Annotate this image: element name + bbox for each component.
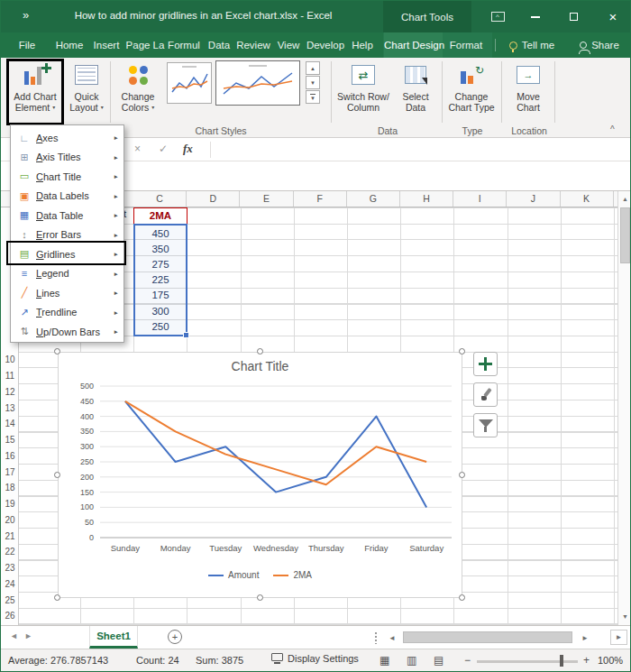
- menu-item-chart-title[interactable]: ▭ Chart Title ►: [11, 167, 123, 187]
- row-header[interactable]: 22: [1, 544, 19, 560]
- chart-style-preview-2[interactable]: [215, 60, 300, 106]
- tab-file[interactable]: File: [10, 32, 44, 58]
- tab-view[interactable]: View: [272, 32, 305, 58]
- share-button[interactable]: Share: [572, 32, 626, 58]
- menu-item-trendline[interactable]: ↗ Trendline ►: [11, 303, 123, 323]
- scroll-down-button[interactable]: ▼: [618, 609, 631, 624]
- cell[interactable]: 175: [135, 288, 186, 303]
- legend-item[interactable]: Amount: [208, 570, 259, 580]
- column-header[interactable]: I: [453, 191, 507, 207]
- tab-developer[interactable]: Develop: [304, 32, 347, 58]
- cell[interactable]: 250: [135, 318, 186, 334]
- chart-title[interactable]: Chart Title: [59, 359, 462, 373]
- scroll-up-button[interactable]: ▲: [618, 191, 631, 207]
- move-chart-button[interactable]: → Move Chart: [506, 60, 551, 113]
- row-header[interactable]: 12: [1, 384, 19, 400]
- chart-style-preview-1[interactable]: [167, 62, 212, 104]
- column-header[interactable]: C: [133, 191, 187, 207]
- cell-c1-series-header[interactable]: 2MA: [133, 207, 187, 225]
- cell[interactable]: 225: [135, 272, 186, 288]
- menu-item-error-bars[interactable]: ↕ Error Bars ►: [11, 226, 123, 245]
- chart-handle-bottom-center[interactable]: [257, 594, 263, 601]
- change-chart-type-button[interactable]: ↻ Change Chart Type: [446, 60, 497, 113]
- chart-handle-top-left[interactable]: [54, 348, 60, 354]
- display-settings-button[interactable]: Display Settings: [271, 653, 359, 664]
- vertical-scroll-thumb[interactable]: [620, 207, 630, 263]
- selected-range-c2-c8[interactable]: 450350275225175300250: [133, 224, 187, 336]
- menu-item-lines[interactable]: ╱ Lines ►: [11, 283, 123, 303]
- vertical-scrollbar[interactable]: ▲ ▼: [617, 191, 631, 625]
- insert-function-button[interactable]: fx: [183, 142, 193, 156]
- column-header[interactable]: F: [294, 191, 347, 207]
- page-break-view-button[interactable]: ▤: [434, 654, 444, 667]
- row-header[interactable]: 20: [1, 512, 19, 529]
- tab-formulas[interactable]: Formul: [165, 32, 203, 58]
- column-header[interactable]: K: [561, 191, 614, 207]
- chart-object[interactable]: Chart Title 0501001502002503003504004505…: [58, 352, 462, 598]
- formula-input[interactable]: [213, 138, 618, 161]
- cell[interactable]: 450: [135, 226, 186, 241]
- row-header[interactable]: 18: [1, 480, 19, 496]
- hscroll-far-right-button[interactable]: ►: [610, 630, 627, 645]
- close-button[interactable]: ×: [598, 1, 628, 32]
- add-chart-element-button[interactable]: Add Chart Element ▾: [10, 60, 60, 113]
- gallery-scroll-down-button[interactable]: ▼: [306, 76, 320, 89]
- minimize-button[interactable]: [520, 1, 551, 32]
- row-header[interactable]: 13: [1, 400, 19, 416]
- change-colors-button[interactable]: Change Colors ▾: [114, 60, 162, 113]
- horizontal-scroll-thumb[interactable]: [403, 631, 572, 643]
- maximize-button[interactable]: [558, 1, 589, 32]
- column-header[interactable]: E: [240, 191, 293, 207]
- menu-item-updown-bars[interactable]: ⇅ Up/Down Bars ►: [11, 322, 123, 342]
- zoom-out-button[interactable]: −: [464, 654, 471, 667]
- switch-row-column-button[interactable]: ⇄ Switch Row/ Column: [336, 60, 390, 113]
- menu-item-gridlines[interactable]: ▤ Gridlines ►: [11, 244, 123, 264]
- cell[interactable]: 350: [135, 241, 186, 256]
- select-data-button[interactable]: Select Data: [394, 60, 437, 113]
- tab-review[interactable]: Review: [233, 32, 273, 58]
- row-header[interactable]: 25: [1, 592, 19, 608]
- sheet-tab-sheet1[interactable]: Sheet1: [89, 626, 138, 649]
- column-header[interactable]: H: [400, 191, 453, 207]
- normal-view-button[interactable]: ▦: [380, 654, 389, 667]
- cell[interactable]: 275: [135, 256, 186, 272]
- gallery-more-button[interactable]: ▼: [306, 90, 320, 104]
- chart-handle-top-center[interactable]: [257, 348, 263, 354]
- row-header[interactable]: 15: [1, 432, 19, 448]
- tab-home[interactable]: Home: [51, 32, 87, 58]
- chart-elements-button[interactable]: [473, 352, 498, 376]
- tell-me-button[interactable]: Tell me: [502, 32, 562, 58]
- chart-handle-mid-left[interactable]: [54, 472, 60, 478]
- chart-styles-button[interactable]: [473, 382, 498, 407]
- tab-insert[interactable]: Insert: [88, 32, 124, 58]
- chart-handle-top-right[interactable]: [459, 348, 465, 354]
- tab-format[interactable]: Format: [444, 32, 488, 58]
- menu-item-data-table[interactable]: ▦ Data Table ►: [11, 206, 123, 226]
- cell-b1-partial[interactable]: t: [123, 208, 133, 224]
- row-header[interactable]: 17: [1, 464, 19, 480]
- row-header[interactable]: 24: [1, 576, 19, 593]
- tab-data[interactable]: Data: [203, 32, 235, 58]
- row-header[interactable]: 23: [1, 560, 19, 576]
- column-header[interactable]: G: [347, 191, 400, 207]
- zoom-level[interactable]: 100%: [598, 655, 623, 666]
- row-header[interactable]: 21: [1, 528, 19, 544]
- new-sheet-button[interactable]: +: [168, 630, 182, 644]
- quick-access-toolbar-expand-icon[interactable]: »: [23, 8, 29, 22]
- column-header[interactable]: D: [187, 191, 240, 207]
- menu-item-legend[interactable]: ≡ Legend ►: [11, 264, 123, 284]
- chart-legend[interactable]: Amount2MA: [59, 570, 462, 580]
- gallery-scroll-up-button[interactable]: ▲: [306, 61, 320, 75]
- tab-page-layout[interactable]: Page La: [125, 32, 165, 58]
- hscroll-right-button[interactable]: ►: [578, 631, 592, 645]
- enter-button[interactable]: ✓: [159, 143, 168, 155]
- ribbon-display-options-button[interactable]: ^: [482, 1, 513, 32]
- row-header[interactable]: 14: [1, 416, 19, 432]
- tab-splitter-handle[interactable]: [374, 631, 378, 644]
- tab-chart-design[interactable]: Chart Design: [384, 32, 443, 58]
- legend-item[interactable]: 2MA: [273, 570, 312, 580]
- chart-plot-area[interactable]: 050100150200250300350400450500SundayMond…: [59, 377, 463, 557]
- sheet-nav-left-button[interactable]: ◄: [10, 631, 18, 640]
- menu-item-data-labels[interactable]: ▣ Data Labels ►: [11, 187, 123, 207]
- row-header[interactable]: 26: [1, 608, 19, 624]
